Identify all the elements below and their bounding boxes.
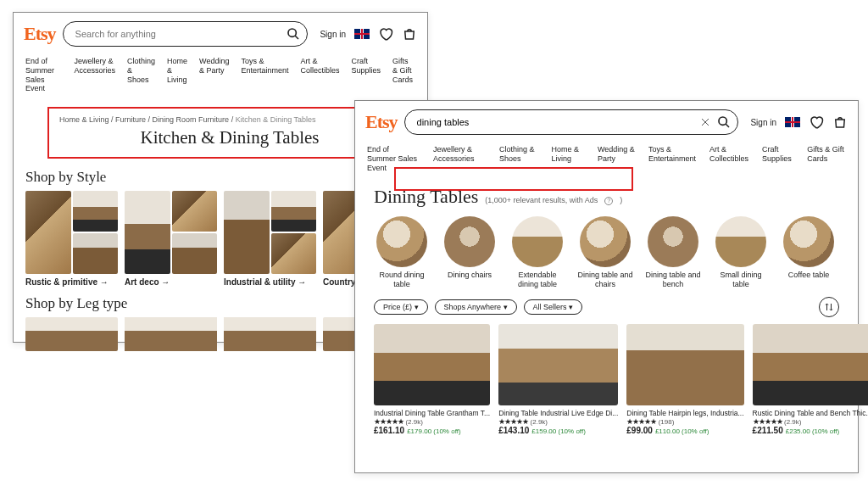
product-price: £143.10 bbox=[498, 426, 529, 435]
review-count: (198) bbox=[659, 418, 675, 426]
crumb-link[interactable]: Home & Living bbox=[59, 115, 109, 124]
star-rating-icon: ★★★★★ bbox=[753, 417, 782, 426]
star-rating-icon: ★★★★★ bbox=[498, 417, 528, 426]
product-image bbox=[626, 324, 743, 405]
product-card[interactable]: Industrial Dining Table Grantham T... ★★… bbox=[374, 324, 490, 435]
crumb-link[interactable]: Furniture bbox=[115, 115, 146, 124]
legtype-card[interactable] bbox=[125, 317, 217, 351]
legtype-card[interactable] bbox=[224, 317, 316, 351]
category-bubble[interactable]: Coffee table bbox=[781, 216, 837, 288]
crumb-current: Kitchen & Dining Tables bbox=[236, 115, 316, 124]
category-bubble[interactable]: Dining table and chairs bbox=[577, 216, 633, 288]
original-price: £179.00 (10% off) bbox=[407, 427, 460, 435]
style-card[interactable]: Industrial & utility bbox=[224, 191, 316, 287]
nav-item[interactable]: Jewellery & Accessories bbox=[433, 145, 486, 172]
svg-line-1 bbox=[295, 36, 298, 39]
product-title: Dining Table Industrial Live Edge Di... bbox=[498, 409, 618, 417]
product-title: Dining Table Hairpin legs, Industria... bbox=[626, 409, 743, 417]
star-rating-icon: ★★★★★ bbox=[374, 417, 403, 426]
nav-item[interactable]: Clothing & Shoes bbox=[127, 57, 155, 93]
product-card[interactable]: Dining Table Industrial Live Edge Di... … bbox=[498, 324, 618, 435]
sort-icon bbox=[824, 302, 834, 312]
category-bubble[interactable]: Dining chairs bbox=[442, 216, 498, 288]
category-bubbles: Round dining table Dining chairs Extenda… bbox=[355, 215, 858, 293]
nav-item[interactable]: Wedding & Party bbox=[598, 145, 635, 172]
product-image bbox=[498, 324, 618, 405]
nav-item[interactable]: End of Summer Sales Event bbox=[367, 145, 420, 172]
category-bubble[interactable]: Small dining table bbox=[713, 216, 769, 288]
primary-nav: End of Summer Sales Event Jewellery & Ac… bbox=[14, 50, 427, 98]
style-card[interactable]: Rustic & primitive bbox=[25, 191, 118, 287]
header: Etsy Sign in bbox=[355, 101, 858, 138]
nav-item[interactable]: End of Summer Sales Event bbox=[25, 57, 63, 93]
category-bubble[interactable]: Extendable dining table bbox=[509, 216, 565, 288]
sort-button[interactable] bbox=[819, 297, 839, 317]
product-price: £211.50 bbox=[753, 426, 783, 435]
etsy-logo[interactable]: Etsy bbox=[24, 23, 56, 45]
results-header: Dining Tables (1,000+ relevant results, … bbox=[355, 182, 858, 215]
region-flag-icon[interactable] bbox=[785, 117, 800, 127]
category-bubble[interactable]: Round dining table bbox=[374, 216, 430, 288]
search-input[interactable] bbox=[417, 117, 701, 127]
nav-item[interactable]: Art & Collectibles bbox=[301, 57, 340, 93]
favorites-icon[interactable] bbox=[378, 26, 393, 42]
crumb-link[interactable]: Dining Room Furniture bbox=[153, 115, 230, 124]
style-card[interactable]: Art deco bbox=[125, 191, 217, 287]
original-price: £159.00 (10% off) bbox=[531, 427, 585, 435]
favorites-icon[interactable] bbox=[809, 115, 824, 130]
filter-sellers[interactable]: All Sellers ▾ bbox=[524, 299, 583, 315]
filter-row: Price (£) ▾ Shops Anywhere ▾ All Sellers… bbox=[355, 293, 858, 324]
nav-item[interactable]: Clothing & Shoes bbox=[499, 145, 538, 172]
original-price: £235.00 (10% off) bbox=[786, 427, 839, 435]
search-bar[interactable] bbox=[404, 109, 739, 135]
svg-line-5 bbox=[726, 124, 729, 127]
nav-item[interactable]: Art & Collectibles bbox=[709, 145, 748, 172]
svg-point-4 bbox=[719, 117, 726, 125]
search-icon[interactable] bbox=[287, 27, 300, 41]
style-label: Art deco bbox=[125, 277, 217, 287]
nav-item[interactable]: Home & Living bbox=[167, 57, 187, 93]
info-icon[interactable]: ? bbox=[604, 197, 613, 205]
filter-location[interactable]: Shops Anywhere ▾ bbox=[435, 299, 517, 315]
header: Etsy Sign in bbox=[14, 13, 427, 50]
region-flag-icon[interactable] bbox=[354, 29, 370, 39]
search-input[interactable] bbox=[75, 29, 287, 39]
nav-item[interactable]: Gifts & Gift Cards bbox=[392, 57, 415, 93]
original-price: £110.00 (10% off) bbox=[655, 427, 709, 435]
etsy-logo[interactable]: Etsy bbox=[365, 111, 398, 133]
results-count: (1,000+ relevant results, with Ads bbox=[485, 196, 598, 204]
nav-item[interactable]: Toys & Entertainment bbox=[241, 57, 288, 93]
review-count: (2.9k) bbox=[405, 418, 422, 426]
nav-item[interactable]: Home & Living bbox=[552, 145, 584, 172]
review-count: (2.9k) bbox=[531, 418, 548, 426]
nav-item[interactable]: Toys & Entertainment bbox=[648, 145, 696, 172]
product-card[interactable]: Rustic Dining Table and Bench Thic... ★★… bbox=[753, 324, 868, 435]
cart-icon[interactable] bbox=[832, 115, 848, 130]
signin-link[interactable]: Sign in bbox=[320, 30, 346, 39]
product-card[interactable]: Dining Table Hairpin legs, Industria... … bbox=[626, 324, 743, 435]
product-image bbox=[753, 324, 868, 405]
breadcrumb: Home & Living / Furniture / Dining Room … bbox=[59, 115, 400, 124]
legtype-card[interactable] bbox=[25, 317, 118, 351]
style-label: Rustic & primitive bbox=[25, 277, 118, 287]
product-price: £99.00 bbox=[626, 426, 653, 435]
nav-item[interactable]: Wedding & Party bbox=[199, 57, 229, 93]
nav-item[interactable]: Craft Supplies bbox=[352, 57, 381, 93]
nav-item[interactable]: Craft Supplies bbox=[762, 145, 793, 172]
primary-nav: End of Summer Sales Event Jewellery & Ac… bbox=[355, 138, 858, 177]
product-price: £161.10 bbox=[374, 426, 404, 435]
nav-item[interactable]: Jewellery & Accessories bbox=[75, 57, 116, 93]
style-label: Industrial & utility bbox=[224, 277, 316, 287]
cart-icon[interactable] bbox=[402, 26, 417, 42]
signin-link[interactable]: Sign in bbox=[750, 118, 776, 127]
page-title: Dining Tables bbox=[374, 186, 478, 208]
header-actions: Sign in bbox=[750, 115, 848, 130]
filter-price[interactable]: Price (£) ▾ bbox=[374, 299, 428, 315]
search-icon[interactable] bbox=[717, 115, 731, 129]
product-title: Rustic Dining Table and Bench Thic... bbox=[753, 409, 868, 417]
product-title: Industrial Dining Table Grantham T... bbox=[374, 409, 490, 417]
search-bar[interactable] bbox=[63, 21, 309, 47]
clear-icon[interactable] bbox=[700, 117, 710, 127]
nav-item[interactable]: Gifts & Gift Cards bbox=[807, 145, 846, 172]
category-bubble[interactable]: Dining table and bench bbox=[645, 216, 701, 288]
